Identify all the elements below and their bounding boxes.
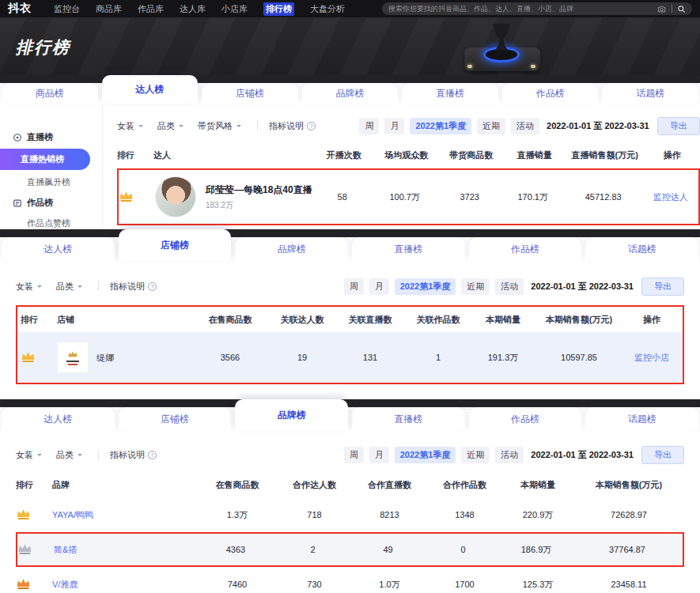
period-recent-chip[interactable]: 近期: [477, 118, 505, 134]
category-filter[interactable]: 女装: [117, 120, 143, 132]
logo-crown-icon: [67, 350, 78, 359]
date-range[interactable]: 2022-01-01 至 2022-03-31: [531, 449, 634, 461]
linked-works: 1: [404, 353, 472, 362]
nav-products[interactable]: 商品库: [96, 3, 122, 15]
nav-monitor[interactable]: 监控台: [54, 3, 80, 15]
period-sales-volume: 191.3万: [472, 352, 534, 364]
tab-live-rank[interactable]: 直播榜: [352, 407, 465, 431]
sidebar-group-works[interactable]: 作品榜: [0, 193, 102, 213]
nav-shops[interactable]: 小店库: [221, 3, 248, 15]
tab-goods-rank[interactable]: 商品榜: [2, 83, 98, 104]
period-recent-chip[interactable]: 近期: [461, 278, 490, 295]
monitor-shop-link[interactable]: 监控小店: [624, 352, 679, 364]
sidebar-item-live-hot-sales[interactable]: 直播热销榜: [0, 149, 90, 170]
coop-lives: 1.0万: [352, 579, 427, 591]
tab-label: 直播榜: [436, 87, 464, 100]
period-week-chip[interactable]: 周: [344, 447, 364, 463]
coop-influencers: 2: [275, 545, 350, 554]
brand-name[interactable]: YAYA/鸭鸭: [52, 509, 198, 521]
ranking-tabbar-bottom: 达人榜 店铺榜 品牌榜 直播榜 作品榜 话题榜: [0, 399, 700, 431]
tab-live-rank[interactable]: 直播榜: [402, 83, 498, 104]
subcategory-filter[interactable]: 品类: [56, 449, 82, 461]
period-activity-chip[interactable]: 活动: [495, 278, 524, 295]
tab-brand-rank[interactable]: 品牌榜: [302, 83, 399, 104]
table-header: 排行 品牌 在售商品数 合作达人数 合作直播数 合作作品数 本期销量 本期销售额…: [16, 472, 684, 497]
period-quarter-chip[interactable]: 2022第1季度: [395, 447, 456, 463]
tab-topic-rank[interactable]: 话题榜: [585, 237, 698, 261]
linked-lives: 131: [336, 353, 404, 362]
filter-divider: [257, 121, 258, 130]
tab-label: 作品榜: [536, 87, 565, 100]
tab-works-rank[interactable]: 作品榜: [469, 407, 582, 431]
period-week-chip[interactable]: 周: [344, 278, 364, 295]
tab-brand-rank[interactable]: 品牌榜: [235, 237, 348, 261]
tab-shop-rank[interactable]: 店铺榜: [202, 83, 298, 104]
category-filter[interactable]: 女装: [16, 449, 42, 461]
period-month-chip[interactable]: 月: [369, 447, 389, 463]
nav-market-analysis[interactable]: 大盘分析: [310, 3, 345, 15]
category-filter[interactable]: 女装: [16, 281, 42, 293]
avg-viewers: 100.7万: [373, 191, 437, 203]
tab-influencer-rank[interactable]: 达人榜: [2, 407, 115, 431]
monitor-influencer-link[interactable]: 监控达人: [643, 191, 698, 203]
tab-influencer-rank[interactable]: 达人榜: [102, 75, 199, 104]
search-icon[interactable]: [677, 5, 686, 13]
filter-row: 女装 品类 带货风格 指标说明? 周 月 2022第1季度 近期 活动 2022…: [117, 116, 700, 135]
period-recent-chip[interactable]: 近期: [461, 447, 490, 463]
platform-light: [467, 65, 472, 68]
tab-label: 达人榜: [135, 83, 164, 96]
search-input[interactable]: [388, 5, 653, 13]
period-activity-chip[interactable]: 活动: [495, 447, 524, 463]
avatar: [155, 176, 196, 217]
live-sessions: 58: [312, 192, 373, 202]
export-button[interactable]: 导出: [641, 278, 684, 296]
listed-goods: 7460: [198, 580, 277, 589]
sidebar-group-live[interactable]: 直播榜: [0, 127, 102, 147]
brand-name[interactable]: 简&搭: [54, 544, 196, 556]
tab-shop-rank[interactable]: 店铺榜: [119, 229, 232, 261]
tab-influencer-rank[interactable]: 达人榜: [2, 237, 115, 261]
image-search-icon[interactable]: [657, 5, 666, 13]
chevron-down-icon: [179, 125, 184, 130]
ranking-tabbar-middle: 达人榜 店铺榜 品牌榜 直播榜 作品榜 话题榜: [0, 229, 700, 261]
subcategory-filter[interactable]: 品类: [56, 281, 82, 293]
period-quarter-chip[interactable]: 2022第1季度: [395, 278, 456, 295]
table-header: 排行 店铺 在售商品数 关联达人数 关联直播数 关联作品数 本期销量 本期销售额…: [17, 307, 683, 332]
period-quarter-chip[interactable]: 2022第1季度: [410, 118, 471, 134]
rank-cell: [17, 542, 54, 557]
period-sales-amount: 37764.87: [572, 545, 683, 554]
period-activity-chip[interactable]: 活动: [511, 118, 539, 134]
sidebar-group-label: 直播榜: [27, 131, 53, 143]
metric-help[interactable]: 指标说明?: [269, 120, 316, 132]
influencer-name[interactable]: 邱莹莹—每晚18点40直播: [206, 183, 312, 197]
table-row: 简&搭 4363 2 49 0 186.9万 37764.87: [16, 532, 684, 567]
tab-live-rank[interactable]: 直播榜: [352, 237, 465, 261]
metric-help[interactable]: 指标说明?: [110, 281, 157, 293]
period-week-chip[interactable]: 周: [359, 118, 379, 134]
selling-style-filter[interactable]: 带货风格: [198, 120, 241, 132]
shop-name[interactable]: 缇娜: [96, 352, 114, 364]
tab-topic-rank[interactable]: 话题榜: [602, 83, 698, 104]
subcategory-filter[interactable]: 品类: [157, 120, 184, 132]
brand-name[interactable]: V/雅鹿: [52, 579, 198, 591]
tab-works-rank[interactable]: 作品榜: [502, 83, 599, 104]
nav-influencers[interactable]: 达人库: [180, 3, 206, 15]
period-month-chip[interactable]: 月: [384, 118, 404, 134]
export-button[interactable]: 导出: [657, 117, 700, 135]
metric-help[interactable]: 指标说明?: [110, 449, 157, 461]
gold-crown-icon: [21, 350, 36, 363]
date-range[interactable]: 2022-01-01 至 2022-03-31: [531, 281, 634, 293]
date-range[interactable]: 2022-01-01 至 2022-03-31: [547, 120, 649, 132]
export-button[interactable]: 导出: [641, 446, 684, 464]
works-icon: [13, 198, 22, 208]
tab-works-rank[interactable]: 作品榜: [469, 237, 582, 261]
tab-shop-rank[interactable]: 店铺榜: [119, 407, 232, 431]
tab-brand-rank[interactable]: 品牌榜: [235, 399, 348, 431]
nav-rankings[interactable]: 排行榜: [263, 2, 294, 16]
filter-divider: [98, 450, 99, 459]
tab-topic-rank[interactable]: 话题榜: [585, 407, 698, 431]
global-search[interactable]: [382, 2, 692, 15]
nav-works[interactable]: 作品库: [138, 3, 164, 15]
period-month-chip[interactable]: 月: [369, 278, 389, 295]
sidebar-item-live-rising[interactable]: 直播飙升榜: [0, 172, 102, 193]
